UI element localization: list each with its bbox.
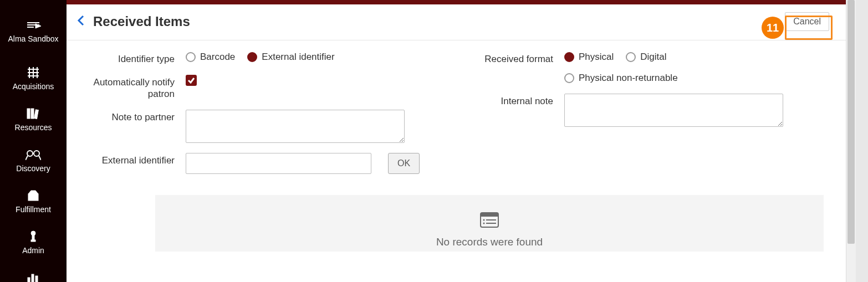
radio-digital[interactable]: Digital	[626, 52, 666, 63]
sidebar-item-acquisitions[interactable]: Acquisitions	[0, 59, 67, 100]
page-title: Received Items	[93, 14, 190, 29]
radio-barcode[interactable]: Barcode	[186, 52, 235, 63]
acquisitions-icon	[0, 65, 67, 80]
outer-strip	[856, 0, 868, 282]
discovery-icon	[0, 147, 67, 162]
radio-icon	[564, 73, 574, 83]
top-accent-bar	[67, 0, 846, 4]
admin-icon	[0, 229, 67, 244]
list-empty-icon	[155, 212, 824, 230]
sidebar: Alma Sandbox Acquisitions Resources Disc…	[0, 0, 67, 282]
radio-icon	[186, 52, 196, 62]
svg-rect-28	[486, 219, 496, 221]
ok-button[interactable]: OK	[388, 153, 420, 174]
auto-notify-checkbox[interactable]	[186, 75, 197, 86]
radio-physical-nonreturnable[interactable]: Physical non-returnable	[564, 73, 797, 84]
form-area: Identifier type Barcode External identif…	[67, 40, 846, 184]
radio-label: Digital	[640, 52, 666, 63]
svg-rect-17	[28, 194, 38, 201]
svg-rect-26	[481, 213, 498, 217]
radio-label: Physical	[579, 52, 614, 63]
resources-icon	[0, 106, 67, 121]
identifier-type-group: Barcode External identifier	[186, 52, 445, 63]
sandbox-icon	[0, 18, 67, 32]
sidebar-item-discovery[interactable]: Discovery	[0, 141, 67, 182]
radio-external-identifier[interactable]: External identifier	[247, 52, 334, 63]
svg-rect-22	[32, 274, 34, 282]
fulfillment-icon	[0, 188, 67, 203]
annotation-step-badge: 11	[762, 17, 784, 39]
radio-icon	[626, 52, 636, 62]
auto-notify-label: Automatically notify patron	[89, 75, 186, 100]
sidebar-item-fulfillment[interactable]: Fulfillment	[0, 182, 67, 223]
sidebar-item-label: Fulfillment	[0, 205, 67, 214]
radio-icon	[564, 52, 574, 62]
analytics-icon	[0, 270, 67, 282]
sidebar-item-label: Discovery	[0, 164, 67, 173]
check-icon	[187, 76, 195, 84]
results-panel: No records were found	[155, 195, 824, 252]
scrollbar-thumb[interactable]	[847, 0, 855, 244]
chevron-left-icon	[76, 14, 85, 27]
external-identifier-label: External identifier	[89, 153, 186, 166]
page-header: Received Items Cancel 11	[67, 4, 846, 40]
internal-note-label: Internal note	[467, 94, 564, 107]
sidebar-item-resources[interactable]: Resources	[0, 100, 67, 141]
svg-line-16	[39, 156, 41, 160]
svg-rect-10	[27, 109, 30, 119]
results-empty-message: No records were found	[155, 236, 824, 248]
identifier-type-label: Identifier type	[89, 52, 186, 65]
radio-icon	[247, 52, 257, 62]
sidebar-item-label: Admin	[0, 246, 67, 255]
back-button[interactable]	[76, 14, 85, 29]
cancel-button[interactable]: Cancel	[785, 12, 829, 31]
note-to-partner-textarea[interactable]	[186, 110, 405, 143]
sidebar-item-label: Acquisitions	[0, 82, 67, 91]
svg-line-15	[25, 156, 28, 160]
sidebar-item-label: Resources	[0, 123, 67, 132]
svg-point-13	[27, 151, 33, 156]
radio-label: Barcode	[200, 52, 235, 63]
svg-point-29	[483, 223, 485, 224]
svg-rect-21	[28, 278, 30, 282]
svg-rect-30	[486, 223, 496, 224]
sidebar-item-analytics[interactable]	[0, 264, 67, 282]
svg-point-14	[34, 151, 39, 156]
received-format-label: Received format	[467, 52, 564, 65]
svg-rect-20	[31, 240, 35, 242]
received-format-group: Physical Digital Physical non-returnable	[564, 52, 797, 84]
sidebar-item-alma-sandbox[interactable]: Alma Sandbox	[0, 11, 67, 52]
svg-rect-23	[35, 276, 38, 282]
svg-point-27	[483, 219, 485, 221]
note-to-partner-label: Note to partner	[89, 110, 186, 123]
main-content: Received Items Cancel 11 Identifier type…	[67, 0, 846, 282]
svg-rect-11	[31, 109, 34, 119]
external-identifier-input[interactable]	[186, 153, 371, 174]
sidebar-item-admin[interactable]: Admin	[0, 223, 67, 264]
radio-physical[interactable]: Physical	[564, 52, 614, 63]
internal-note-textarea[interactable]	[564, 94, 783, 127]
radio-label: Physical non-returnable	[579, 73, 678, 84]
scrollbar-vertical[interactable]	[846, 0, 856, 282]
svg-point-18	[31, 231, 35, 235]
radio-label: External identifier	[262, 52, 334, 63]
sidebar-item-label: Alma Sandbox	[0, 34, 67, 43]
svg-rect-12	[34, 110, 39, 119]
